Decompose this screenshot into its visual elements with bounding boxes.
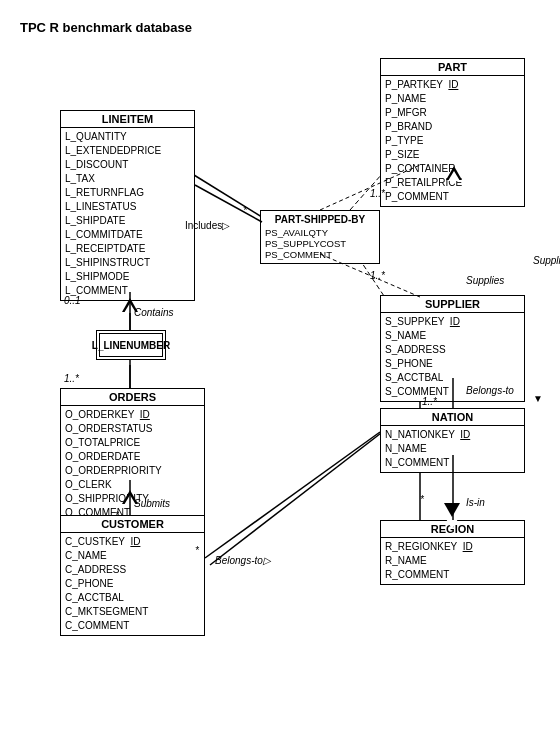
isin-label: Is-in xyxy=(466,497,485,508)
includes-label: Includes▷ xyxy=(185,220,230,231)
lineitem-header: LINEITEM xyxy=(61,111,194,128)
svg-line-15 xyxy=(205,432,380,558)
card-supplier-psb: 1..* xyxy=(370,270,385,281)
page-title: TPC R benchmark database xyxy=(20,20,192,35)
belongs-to-customer-label: Belongs-to▷ xyxy=(215,555,271,566)
region-entity: REGION R_REGIONKEY ID R_NAME R_COMMENT xyxy=(380,520,525,585)
partshippedby-rel: PART-SHIPPED-BY PS_AVAILQTY PS_SUPPLYCOS… xyxy=(260,210,380,264)
customer-entity: CUSTOMER C_CUSTKEY ID C_NAME C_ADDRESS C… xyxy=(60,515,205,636)
supplies-label: Supplies xyxy=(533,255,560,266)
card-orders-lineitem: 1..* xyxy=(64,373,79,384)
svg-line-0 xyxy=(194,175,270,222)
card-lineitem-orders-01: 0..1 xyxy=(64,295,81,306)
card-nation-region: * xyxy=(420,494,424,505)
supplies-triangle xyxy=(446,166,462,180)
customer-body: C_CUSTKEY ID C_NAME C_ADDRESS C_PHONE C_… xyxy=(61,533,204,635)
card-lineitem-psb: * xyxy=(243,205,247,216)
card-supplier-nation: 1..* xyxy=(422,396,437,407)
orders-header: ORDERS xyxy=(61,389,204,406)
lineitem-body: L_QUANTITY L_EXTENDEDPRICE L_DISCOUNT L_… xyxy=(61,128,194,300)
isin-triangle xyxy=(444,503,460,517)
nation-body: N_NATIONKEY ID N_NAME N_COMMENT xyxy=(381,426,524,472)
part-body: P_PARTKEY ID P_NAME P_MFGR P_BRAND P_TYP… xyxy=(381,76,524,206)
customer-header: CUSTOMER xyxy=(61,516,204,533)
nation-entity: NATION N_NATIONKEY ID N_NAME N_COMMENT xyxy=(380,408,525,473)
part-entity: PART P_PARTKEY ID P_NAME P_MFGR P_BRAND … xyxy=(380,58,525,207)
svg-line-6 xyxy=(210,430,385,565)
part-header: PART xyxy=(381,59,524,76)
belongs-to-supplier-label: Belongs-to xyxy=(466,385,514,396)
supplies-right-label: Supplies xyxy=(466,275,504,286)
svg-line-9 xyxy=(195,185,262,222)
card-part-psb: 1..* xyxy=(370,188,385,199)
supplier-header: SUPPLIER xyxy=(381,296,524,313)
card-customer-nation: * xyxy=(195,545,199,556)
contains-label: Contains xyxy=(134,307,173,318)
nation-header: NATION xyxy=(381,409,524,426)
region-body: R_REGIONKEY ID R_NAME R_COMMENT xyxy=(381,538,524,584)
submits-label: Submits xyxy=(134,498,170,509)
lineitem-entity: LINEITEM L_QUANTITY L_EXTENDEDPRICE L_DI… xyxy=(60,110,195,301)
